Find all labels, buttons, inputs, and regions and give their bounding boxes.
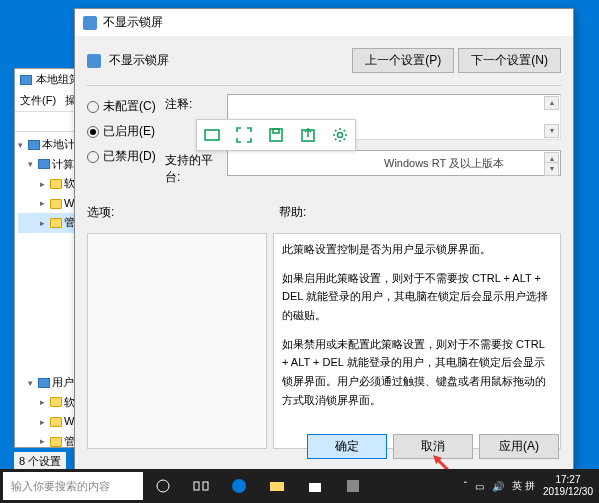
ok-button[interactable]: 确定 (307, 434, 387, 459)
save-icon[interactable] (267, 126, 285, 144)
svg-rect-7 (203, 482, 208, 490)
folder-icon (50, 417, 62, 427)
ime-indicator[interactable]: 英 拼 (512, 479, 535, 493)
search-placeholder: 输入你要搜索的内容 (11, 479, 110, 494)
svg-point-8 (232, 479, 246, 493)
policy-name: 不显示锁屏 (109, 52, 344, 69)
svg-rect-1 (270, 129, 282, 141)
radio-label: 已启用(E) (103, 123, 155, 140)
comment-label: 注释: (165, 94, 221, 113)
dialog-icon (83, 16, 97, 30)
radio-icon (87, 126, 99, 138)
radio-label: 已禁用(D) (103, 148, 156, 165)
help-paragraph: 如果禁用或未配置此策略设置，则对于不需要按 CTRL + ALT + DEL 就… (282, 335, 552, 410)
svg-point-4 (338, 133, 343, 138)
options-panel (87, 233, 267, 449)
dialog-title-bar[interactable]: 不显示锁屏 (75, 9, 573, 36)
help-paragraph: 此策略设置控制是否为用户显示锁屏界面。 (282, 240, 552, 259)
system-tray[interactable]: ˆ ▭ 🔊 英 拼 17:27 2019/12/30 (464, 474, 599, 498)
radio-enabled[interactable]: 已启用(E) (87, 119, 159, 144)
prev-setting-button[interactable]: 上一个设置(P) (352, 48, 454, 73)
options-label: 选项: (87, 202, 273, 225)
app-icon[interactable] (335, 469, 371, 503)
computer-icon (28, 140, 40, 150)
scroll-down-icon[interactable]: ▾ (544, 162, 559, 176)
screenshot-toolbar[interactable] (196, 119, 356, 151)
folder-icon (50, 437, 62, 447)
store-icon[interactable] (297, 469, 333, 503)
help-label: 帮助: (279, 202, 306, 225)
scroll-down-icon[interactable]: ▾ (544, 124, 559, 138)
tray-up-icon[interactable]: ˆ (464, 481, 467, 492)
share-icon[interactable] (299, 126, 317, 144)
apply-button[interactable]: 应用(A) (479, 434, 559, 459)
radio-icon (87, 101, 99, 113)
volume-icon[interactable]: 🔊 (492, 481, 504, 492)
help-panel: 此策略设置控制是否为用户显示锁屏界面。 如果启用此策略设置，则对于不需要按 CT… (273, 233, 561, 449)
svg-rect-6 (194, 482, 199, 490)
time-text: 17:27 (543, 474, 593, 486)
tree-item[interactable]: W (64, 195, 74, 213)
menu-file[interactable]: 文件(F) (20, 94, 56, 106)
search-input[interactable]: 输入你要搜索的内容 (3, 472, 143, 500)
taskbar[interactable]: 输入你要搜索的内容 ˆ ▭ 🔊 英 拼 17:27 2019/12/30 (0, 469, 599, 503)
platform-label: 支持的平台: (165, 150, 221, 186)
radio-disabled[interactable]: 已禁用(D) (87, 144, 159, 169)
radio-icon (87, 151, 99, 163)
policy-dialog: 不显示锁屏 不显示锁屏 上一个设置(P) 下一个设置(N) 未配置(C) 已启用… (74, 8, 574, 470)
folder-icon (50, 397, 62, 407)
policy-icon (87, 54, 101, 68)
clock[interactable]: 17:27 2019/12/30 (543, 474, 593, 498)
edge-icon[interactable] (221, 469, 257, 503)
fullscreen-icon[interactable] (235, 126, 253, 144)
platform-box: Windows RT 及以上版本 ▴ ▾ (227, 150, 561, 176)
tree-item[interactable]: W (64, 413, 74, 431)
dialog-title: 不显示锁屏 (103, 14, 163, 31)
svg-rect-9 (270, 482, 284, 491)
computer-icon (38, 159, 50, 169)
next-setting-button[interactable]: 下一个设置(N) (458, 48, 561, 73)
explorer-icon[interactable] (259, 469, 295, 503)
radio-not-configured[interactable]: 未配置(C) (87, 94, 159, 119)
help-paragraph: 如果启用此策略设置，则对于不需要按 CTRL + ALT + DEL 就能登录的… (282, 269, 552, 325)
gear-icon[interactable] (331, 126, 349, 144)
folder-icon (50, 218, 62, 228)
state-radio-group: 未配置(C) 已启用(E) 已禁用(D) (87, 94, 159, 169)
svg-rect-10 (309, 483, 321, 492)
svg-point-5 (157, 480, 169, 492)
platform-text: Windows RT 及以上版本 (384, 157, 504, 169)
svg-rect-0 (205, 130, 219, 140)
svg-rect-11 (347, 480, 359, 492)
user-icon (38, 378, 50, 388)
network-icon[interactable]: ▭ (475, 481, 484, 492)
date-text: 2019/12/30 (543, 486, 593, 498)
cortana-icon[interactable] (145, 469, 181, 503)
radio-label: 未配置(C) (103, 98, 156, 115)
task-view-icon[interactable] (183, 469, 219, 503)
gpedit-icon (20, 75, 32, 85)
scroll-up-icon[interactable]: ▴ (544, 96, 559, 110)
rectangle-icon[interactable] (203, 126, 221, 144)
svg-rect-2 (273, 129, 279, 133)
folder-icon (50, 199, 62, 209)
folder-icon (50, 179, 62, 189)
